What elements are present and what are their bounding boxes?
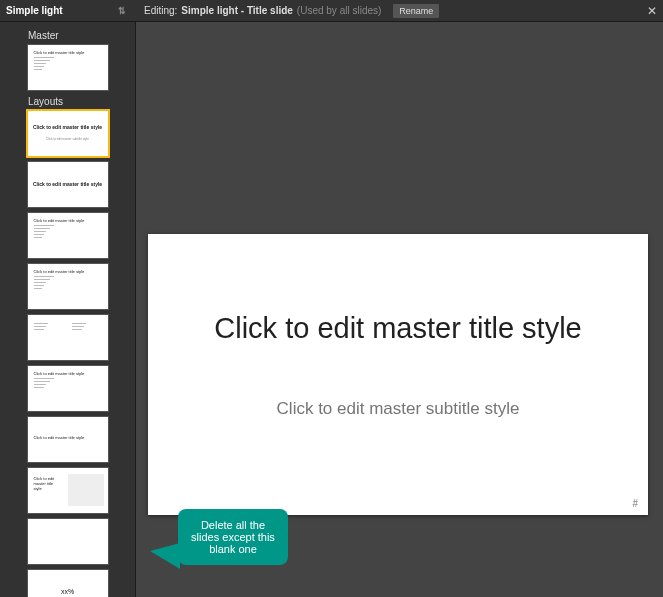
layout-thumb-bullets-2[interactable]: Click to edit master title style bbox=[28, 264, 108, 309]
editing-name: Simple light - Title slide bbox=[181, 5, 293, 16]
slide-number: # bbox=[632, 498, 638, 509]
slide-subtitle-placeholder[interactable]: Click to edit master subtitle style bbox=[148, 399, 648, 419]
layout-thumb-bullets-1[interactable]: Click to edit master title style bbox=[28, 213, 108, 258]
used-by-label: (Used by all slides) bbox=[297, 5, 381, 16]
theme-name-label: Simple light bbox=[6, 5, 63, 16]
slide-editor[interactable]: Click to edit master title style Click t… bbox=[148, 234, 648, 515]
theme-dropdown[interactable]: Simple light ⇅ bbox=[6, 5, 126, 16]
layout-thumb-bullets-3[interactable]: Click to edit master title style bbox=[28, 366, 108, 411]
callout-text: Delete all the slides except this blank … bbox=[191, 519, 275, 555]
close-icon[interactable]: ✕ bbox=[647, 4, 657, 18]
layout-thumb-blank-1[interactable] bbox=[28, 519, 108, 564]
layout-thumb-title[interactable]: Click to edit master title style Click t… bbox=[28, 111, 108, 156]
layout-thumb-bignum[interactable]: xx% bbox=[28, 570, 108, 597]
layout-thumb-caption[interactable]: Click to edit master title style bbox=[28, 468, 108, 513]
layout-thumb-title-only[interactable]: Click to edit master title style bbox=[28, 417, 108, 462]
master-thumb[interactable]: Click to edit master title style bbox=[28, 45, 108, 90]
editing-label: Editing: Simple light - Title slide (Use… bbox=[144, 4, 439, 18]
rename-button[interactable]: Rename bbox=[393, 4, 439, 18]
slide-title-placeholder[interactable]: Click to edit master title style bbox=[148, 312, 648, 345]
master-section-label: Master bbox=[28, 30, 135, 41]
layout-thumb-section[interactable]: Click to edit master title style bbox=[28, 162, 108, 207]
layouts-section-label: Layouts bbox=[28, 96, 135, 107]
annotation-callout: Delete all the slides except this blank … bbox=[178, 509, 288, 565]
chevron-updown-icon: ⇅ bbox=[118, 6, 126, 16]
layout-thumb-two-col[interactable] bbox=[28, 315, 108, 360]
topbar: Simple light ⇅ Editing: Simple light - T… bbox=[0, 0, 663, 22]
editing-prefix: Editing: bbox=[144, 5, 177, 16]
main-area: Master Click to edit master title style … bbox=[0, 22, 663, 597]
sidebar: Master Click to edit master title style … bbox=[0, 22, 136, 597]
